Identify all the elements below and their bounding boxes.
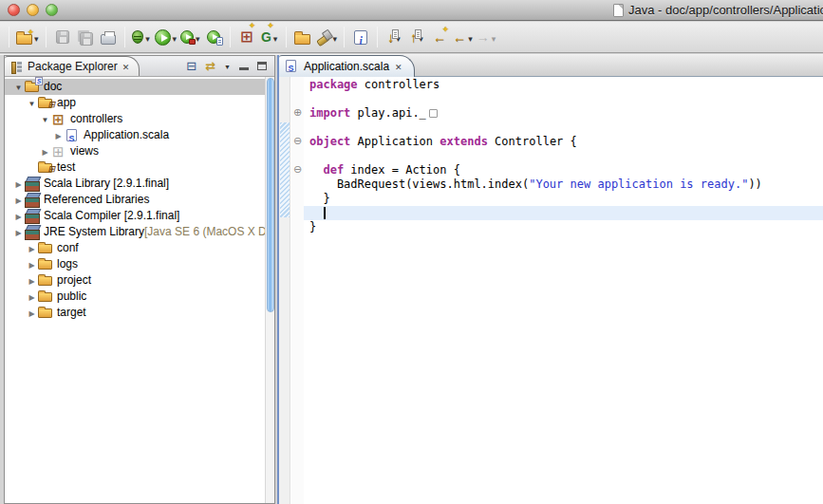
code-line[interactable]: } [304, 192, 823, 206]
folded-region-indicator[interactable] [429, 109, 438, 118]
expand-arrow-icon[interactable] [26, 305, 38, 322]
folding-ruler[interactable] [291, 77, 304, 504]
tree-item-public[interactable]: public [5, 289, 274, 305]
run-button[interactable] [153, 25, 179, 49]
run-external-tools-dropdown-arrow[interactable] [196, 28, 200, 46]
expand-arrow-icon[interactable] [12, 208, 25, 225]
view-menu-icon[interactable] [224, 60, 231, 73]
expand-arrow-icon[interactable] [26, 289, 38, 306]
code-editor[interactable]: package controllers import play.api._ ob… [304, 77, 823, 504]
expand-arrow-icon[interactable] [52, 127, 65, 144]
toolbar-separator [124, 27, 125, 47]
previous-annotation-button[interactable]: ↑ [405, 25, 428, 49]
forward-button[interactable]: → [475, 25, 498, 49]
vertical-scrollbar[interactable] [265, 77, 274, 503]
info-button[interactable] [349, 25, 372, 49]
expand-arrow-icon[interactable] [26, 240, 38, 257]
tree-item-target[interactable]: target [5, 305, 274, 321]
debug-icon [132, 30, 143, 44]
tree-item-referenced-libraries[interactable]: Referenced Libraries [5, 192, 274, 208]
file-badge [216, 37, 223, 46]
minimize-window-button[interactable] [27, 4, 39, 16]
generate-wizard-dropdown-arrow[interactable] [273, 28, 278, 46]
save-button[interactable] [51, 25, 74, 49]
debug-button[interactable] [130, 25, 153, 49]
forward-dropdown-arrow[interactable] [492, 28, 496, 46]
tree-item-views[interactable]: views [5, 143, 274, 159]
print-button[interactable] [97, 25, 120, 49]
package-explorer-tree[interactable]: doc app controllers Application.scala vi [5, 77, 274, 503]
tree-item-conf[interactable]: conf [5, 240, 274, 256]
back-dropdown-arrow[interactable] [468, 28, 473, 46]
fold-collapse-marker[interactable] [291, 136, 304, 146]
next-annotation-button[interactable]: ↓ [383, 25, 405, 49]
package-explorer-view: Package Explorer doc app [4, 55, 275, 504]
tree-item-controllers[interactable]: controllers [5, 111, 274, 127]
generate-wizard-button[interactable] [258, 25, 281, 49]
tree-item-jre-system-library[interactable]: JRE System Library [Java SE 6 (MacOS X D… [5, 224, 274, 240]
debug-dropdown-arrow[interactable] [145, 28, 150, 46]
code-line[interactable]: def index = Action { [304, 163, 823, 177]
code-line[interactable]: } [304, 220, 823, 234]
open-folder-icon [294, 34, 310, 45]
code-line[interactable]: import play.api._ [304, 106, 823, 121]
code-line[interactable]: package controllers [304, 78, 823, 92]
close-view-icon[interactable] [122, 60, 130, 73]
tree-item-test[interactable]: test [5, 159, 274, 176]
run-last-tool-button[interactable] [202, 25, 225, 49]
minimize-view-icon[interactable] [239, 63, 249, 70]
new-wizard-button[interactable] [14, 25, 41, 49]
tree-item-app[interactable]: app [5, 95, 274, 111]
fold-expand-marker[interactable] [291, 107, 304, 118]
editor-area: Application.scala package controllers im… [277, 55, 823, 504]
run-icon [155, 29, 171, 46]
scala-project-folder-icon [25, 80, 41, 95]
expand-arrow-icon[interactable] [12, 79, 25, 96]
open-resource-button[interactable] [291, 25, 314, 49]
code-line[interactable] [304, 121, 823, 135]
code-line[interactable] [304, 149, 823, 163]
code-line[interactable]: object Application extends Controller { [304, 135, 823, 149]
maximize-view-icon[interactable] [257, 62, 267, 70]
expand-arrow-icon[interactable] [12, 176, 25, 193]
tree-item-doc[interactable]: doc [5, 79, 274, 95]
tree-item-application-scala[interactable]: Application.scala [5, 127, 274, 143]
close-window-button[interactable] [8, 4, 20, 16]
scrollbar-thumb[interactable] [267, 78, 274, 312]
package-explorer-title: Package Explorer [28, 60, 118, 73]
search-dropdown-arrow[interactable] [333, 28, 338, 46]
code-line[interactable] [304, 92, 823, 106]
code-line[interactable]: BadRequest(views.html.index("Your new ap… [304, 177, 823, 192]
run-dropdown-arrow[interactable] [173, 28, 178, 46]
zoom-window-button[interactable] [46, 4, 58, 16]
search-button[interactable] [314, 25, 340, 49]
java-perspective-button[interactable] [235, 25, 258, 49]
expand-arrow-icon[interactable] [26, 272, 38, 289]
tree-item-scala-compiler[interactable]: Scala Compiler [2.9.1.final] [5, 208, 274, 224]
expand-arrow-icon[interactable] [39, 143, 51, 160]
expand-arrow-icon[interactable] [39, 111, 51, 128]
last-edit-location-icon: ← [433, 29, 446, 45]
collapse-all-icon[interactable] [186, 61, 196, 72]
tree-item-logs[interactable]: logs [5, 256, 274, 272]
tab-application-scala[interactable]: Application.scala [279, 55, 415, 77]
run-external-tools-button[interactable] [178, 25, 202, 49]
fold-collapse-marker[interactable] [291, 164, 304, 175]
expand-arrow-icon[interactable] [26, 95, 38, 112]
new-wizard-icon [16, 34, 32, 45]
back-button[interactable]: ← [451, 25, 475, 49]
code-line-current[interactable] [304, 206, 823, 220]
last-edit-location-button[interactable]: ← [428, 25, 451, 49]
tree-item-scala-library[interactable]: Scala Library [2.9.1.final] [5, 176, 274, 192]
source-folder-icon [38, 160, 54, 176]
expand-arrow-icon[interactable] [26, 256, 38, 273]
annotation-ruler[interactable] [279, 77, 290, 504]
link-with-editor-icon[interactable] [205, 61, 215, 72]
expand-arrow-icon[interactable] [12, 192, 25, 209]
expand-arrow-icon[interactable] [12, 224, 25, 241]
save-all-button[interactable] [74, 25, 97, 49]
new-wizard-dropdown-arrow[interactable] [34, 28, 39, 46]
close-editor-icon[interactable] [395, 60, 402, 73]
tab-package-explorer[interactable]: Package Explorer [5, 56, 140, 76]
tree-item-project[interactable]: project [5, 272, 274, 289]
